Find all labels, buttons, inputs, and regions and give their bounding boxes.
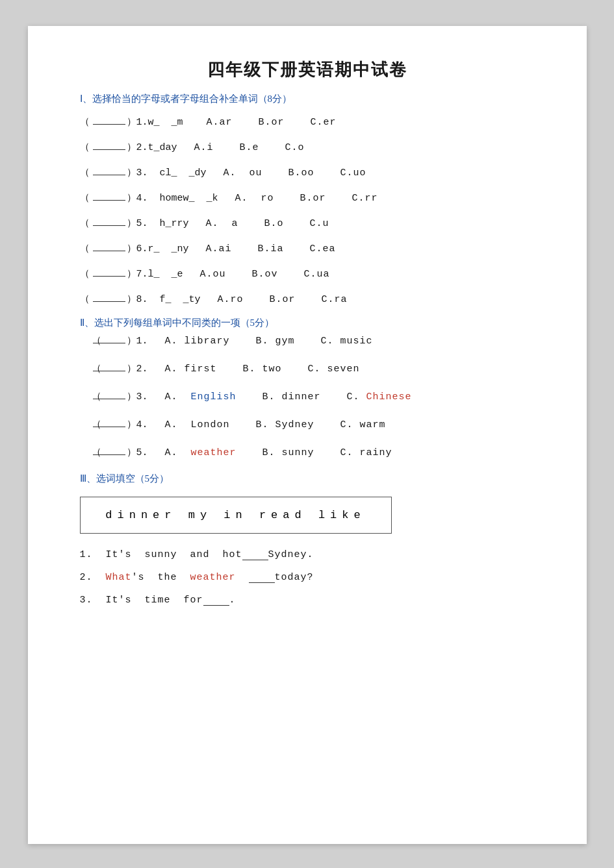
paren-open: （ xyxy=(80,217,92,229)
q4-options: A. ro B.or C.rr xyxy=(222,193,535,204)
paren-open: （ xyxy=(80,293,92,305)
table-row: （ ）2. A. first B. two C. seven xyxy=(80,361,535,375)
q4-s2-options: A. London B. Sydney C. warm xyxy=(152,419,535,430)
q3-options: A. ou B.oo C.uo xyxy=(211,167,535,179)
paren-close: ）2.t_day xyxy=(127,141,177,153)
q6-options: A.ai B.ia C.ea xyxy=(193,243,535,254)
paren-open: （ xyxy=(80,267,92,280)
list-item: 2. What's the weather today? xyxy=(80,572,535,583)
answer-blank[interactable] xyxy=(93,445,125,455)
paren-close: ）7.l_ _e xyxy=(127,267,183,280)
paren-open: （ xyxy=(80,116,92,128)
paren-close: ）2. xyxy=(127,362,148,375)
answer-blank[interactable] xyxy=(93,140,125,150)
paren-close: ）4. homew_ _k xyxy=(127,192,218,204)
q7-options: A.ou B.ov C.ua xyxy=(187,269,535,280)
exam-page: 四年级下册英语期中试卷 Ⅰ、选择恰当的字母或者字母组合补全单词（8分） （ ）1… xyxy=(28,26,587,844)
table-row: （ ）4. A. London B. Sydney C. warm xyxy=(80,417,535,430)
word-bank: dinner my in read like xyxy=(80,497,392,534)
q2-options: A.i B.e C.o xyxy=(181,142,535,153)
section1-header: Ⅰ、选择恰当的字母或者字母组合补全单词（8分） xyxy=(80,93,535,105)
section3-header: Ⅲ、选词填空（5分） xyxy=(80,473,535,485)
paren-close: ）3. cl_ _dy xyxy=(127,166,207,179)
fill-blank-3[interactable] xyxy=(203,595,229,606)
q1-options: A.ar B.or C.er xyxy=(187,117,535,128)
section2-questions: （ ）1. A. library B. gym C. music （ ）2. A… xyxy=(80,333,535,458)
answer-blank[interactable] xyxy=(93,389,125,399)
answer-blank[interactable] xyxy=(93,190,125,201)
paren-open: （ xyxy=(80,166,92,179)
list-item: 1. It's sunny and hotSydney. xyxy=(80,549,535,560)
paren-close: ）3. xyxy=(127,390,148,403)
table-row: （ ）1.w_ _m A.ar B.or C.er xyxy=(80,114,535,128)
q8-options: A.ro B.or C.ra xyxy=(205,294,535,305)
answer-blank[interactable] xyxy=(93,291,125,302)
paren-open: （ xyxy=(80,362,92,375)
table-row: （ ）4. homew_ _k A. ro B.or C.rr xyxy=(80,190,535,204)
answer-blank[interactable] xyxy=(93,417,125,427)
paren-open: （ xyxy=(80,418,92,430)
list-item: 3. It's time for. xyxy=(80,595,535,606)
paren-open: （ xyxy=(80,192,92,204)
paren-open: （ xyxy=(80,242,92,254)
paren-close: ）8. f_ _ty xyxy=(127,293,201,305)
fill-blank-1[interactable] xyxy=(242,550,268,560)
table-row: （ ）5. h_rry A. a B.o C.u xyxy=(80,216,535,229)
paren-open: （ xyxy=(80,446,92,458)
q2-s2-options: A. first B. two C. seven xyxy=(152,364,535,375)
answer-blank[interactable] xyxy=(93,266,125,277)
paren-close: ）5. xyxy=(127,446,148,458)
table-row: （ ）8. f_ _ty A.ro B.or C.ra xyxy=(80,291,535,305)
paren-open: （ xyxy=(80,390,92,403)
paren-close: ）5. h_rry xyxy=(127,217,189,229)
paren-close: ）1. xyxy=(127,334,148,347)
q5-s2-options: A. weather B. sunny C. rainy xyxy=(152,447,535,458)
paren-open: （ xyxy=(80,334,92,347)
table-row: （ ）7.l_ _e A.ou B.ov C.ua xyxy=(80,266,535,280)
answer-blank[interactable] xyxy=(93,333,125,343)
answer-blank[interactable] xyxy=(93,241,125,251)
fill-blank-2[interactable] xyxy=(249,573,275,583)
q1-s2-options: A. library B. gym C. music xyxy=(152,336,535,347)
answer-blank[interactable] xyxy=(93,114,125,125)
table-row: （ ）1. A. library B. gym C. music xyxy=(80,333,535,347)
table-row: （ ）5. A. weather B. sunny C. rainy xyxy=(80,445,535,458)
table-row: （ ）2.t_day A.i B.e C.o xyxy=(80,140,535,153)
q5-options: A. a B.o C.u xyxy=(193,218,535,229)
section2-header: Ⅱ、选出下列每组单词中不同类的一项（5分） xyxy=(80,317,535,329)
paren-open: （ xyxy=(80,141,92,153)
section1-questions: （ ）1.w_ _m A.ar B.or C.er （ ）2.t_day A.i… xyxy=(80,114,535,305)
paren-close: ）6.r_ _ny xyxy=(127,242,189,254)
fill-sentences: 1. It's sunny and hotSydney. 2. What's t… xyxy=(80,549,535,606)
answer-blank[interactable] xyxy=(93,165,125,175)
answer-blank[interactable] xyxy=(93,361,125,371)
answer-blank[interactable] xyxy=(93,216,125,226)
word-bank-container: dinner my in read like xyxy=(80,497,535,534)
q3-s2-options: A. English B. dinner C. Chinese xyxy=(152,391,535,403)
table-row: （ ）6.r_ _ny A.ai B.ia C.ea xyxy=(80,241,535,254)
table-row: （ ）3. cl_ _dy A. ou B.oo C.uo xyxy=(80,165,535,179)
paren-close: ）4. xyxy=(127,418,148,430)
page-title: 四年级下册英语期中试卷 xyxy=(80,58,535,81)
paren-close: ）1.w_ _m xyxy=(127,116,183,128)
table-row: （ ）3. A. English B. dinner C. Chinese xyxy=(80,389,535,403)
